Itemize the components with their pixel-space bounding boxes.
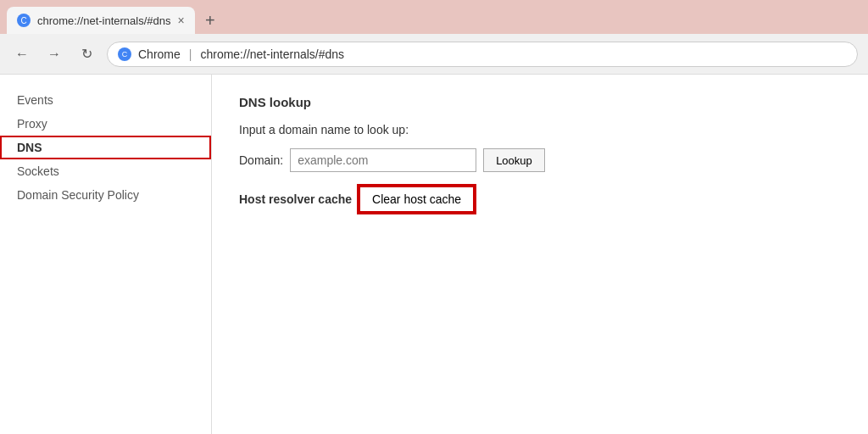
tab-icon: C: [17, 14, 31, 27]
browser-body: Events Proxy DNS Sockets Domain Security…: [0, 75, 868, 434]
tab-bar: C chrome://net-internals/#dns × +: [0, 0, 868, 34]
sidebar-item-domain-security-policy[interactable]: Domain Security Policy: [0, 183, 211, 207]
host-resolver-label: Host resolver cache: [239, 192, 352, 206]
back-button[interactable]: ←: [10, 42, 34, 66]
refresh-button[interactable]: ↻: [75, 42, 98, 66]
section-title: DNS lookup: [239, 95, 841, 109]
forward-button[interactable]: →: [42, 42, 66, 66]
new-tab-button[interactable]: +: [198, 8, 222, 32]
url-separator: |: [189, 47, 192, 61]
sidebar: Events Proxy DNS Sockets Domain Security…: [0, 75, 212, 434]
clear-host-cache-button[interactable]: Clear host cache: [359, 186, 475, 213]
host-resolver-row: Host resolver cache Clear host cache: [239, 186, 841, 213]
active-tab[interactable]: C chrome://net-internals/#dns ×: [7, 7, 195, 34]
browser-name-label: Chrome: [138, 47, 181, 61]
url-text: chrome://net-internals/#dns: [200, 47, 344, 61]
domain-form-row: Domain: Lookup: [239, 148, 841, 172]
main-panel: DNS lookup Input a domain name to look u…: [212, 75, 868, 434]
tab-close-button[interactable]: ×: [178, 14, 185, 27]
lookup-button[interactable]: Lookup: [483, 148, 545, 172]
url-bar[interactable]: C Chrome | chrome://net-internals/#dns: [107, 42, 858, 67]
address-bar: ← → ↻ C Chrome | chrome://net-internals/…: [0, 34, 868, 75]
tab-title: chrome://net-internals/#dns: [37, 14, 171, 27]
instruction-text: Input a domain name to look up:: [239, 123, 841, 136]
sidebar-item-sockets[interactable]: Sockets: [0, 159, 211, 183]
url-icon: C: [118, 47, 131, 61]
sidebar-item-proxy[interactable]: Proxy: [0, 112, 211, 136]
domain-input[interactable]: [290, 148, 476, 172]
sidebar-item-dns[interactable]: DNS: [0, 136, 211, 159]
domain-label: Domain:: [239, 153, 283, 167]
sidebar-item-events[interactable]: Events: [0, 88, 211, 112]
